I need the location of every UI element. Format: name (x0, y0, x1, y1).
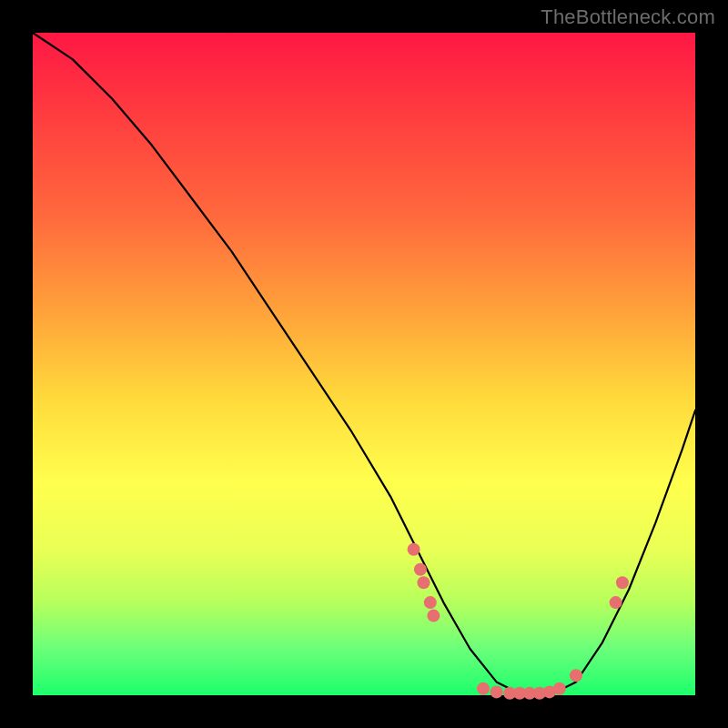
curve-marker (408, 543, 420, 556)
chart-frame: TheBottleneck.com (0, 0, 728, 728)
curve-marker (427, 610, 440, 622)
bottleneck-curve (33, 33, 695, 695)
curve-marker (477, 682, 490, 695)
curve-marker (424, 596, 437, 609)
curve-marker (418, 576, 430, 589)
curve-marker (616, 576, 629, 589)
curve-svg (33, 33, 695, 695)
watermark-text: TheBottleneck.com (541, 5, 715, 29)
curve-marker (414, 563, 427, 576)
curve-marker (490, 685, 503, 698)
curve-marker (553, 682, 566, 695)
curve-marker (610, 596, 622, 609)
curve-markers (408, 543, 629, 700)
curve-marker (570, 669, 582, 682)
plot-area (33, 33, 695, 695)
